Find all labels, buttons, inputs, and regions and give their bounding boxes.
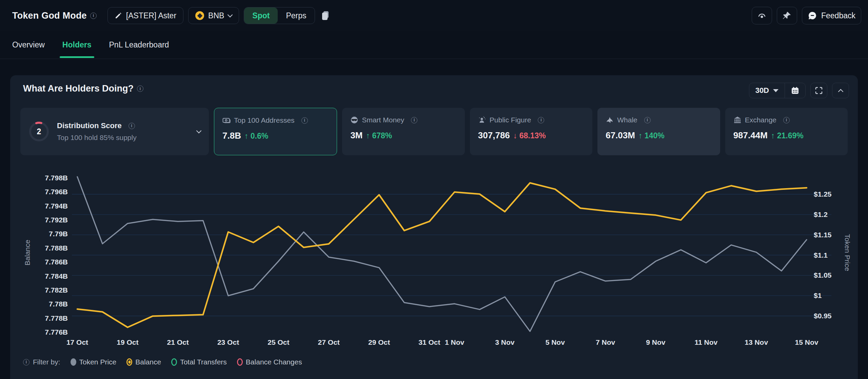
left-axis-tick: 7.794B: [45, 202, 68, 210]
info-icon[interactable]: [644, 117, 651, 123]
right-axis-tick: $1.2: [814, 211, 828, 218]
card-title: Public Figure: [490, 116, 531, 124]
pin-button[interactable]: [777, 7, 797, 24]
total-transfers-marker: [171, 358, 177, 366]
x-axis-tick: 15 Nov: [795, 338, 818, 346]
range-dropdown[interactable]: 30D: [749, 83, 785, 98]
right-axis-tick: $1.15: [814, 231, 832, 239]
tab-holders[interactable]: Holders: [62, 31, 92, 59]
right-axis-tick: $0.95: [814, 312, 832, 320]
chat-bubble-icon: [808, 11, 817, 20]
token-selector[interactable]: [ASTER] Aster: [107, 7, 183, 24]
token-selector-label: [ASTER] Aster: [126, 11, 176, 20]
tab-overview[interactable]: Overview: [12, 31, 45, 59]
date-range-control: 30D: [749, 83, 806, 98]
bnb-coin-icon: [195, 11, 204, 20]
balance-marker: [126, 358, 132, 366]
exchange-card[interactable]: Exchange 987.44M ↑ 21.69%: [725, 108, 848, 155]
token-price-line: [77, 177, 807, 332]
chevron-down-icon[interactable]: [196, 128, 202, 133]
card-change: ↓ 68.13%: [513, 131, 546, 140]
triangle-down-icon: [773, 89, 778, 92]
x-axis-tick: 11 Nov: [694, 338, 717, 346]
x-axis-tick: 29 Oct: [368, 338, 390, 346]
filter-item-balance-changes[interactable]: Balance Changes: [237, 358, 302, 366]
calendar-button[interactable]: [785, 83, 805, 98]
calendar-icon: [791, 86, 799, 95]
range-value: 30D: [755, 86, 769, 95]
left-axis-tick: 7.796B: [45, 188, 68, 196]
copy-address-button[interactable]: [321, 11, 330, 21]
public-figure-card[interactable]: Public Figure 307,786 ↓ 68.13%: [470, 108, 592, 155]
info-icon[interactable]: [783, 117, 790, 123]
filter-item-total-transfers[interactable]: Total Transfers: [171, 358, 227, 366]
holder-stat-cards: 2 Distribution Score Top 100 hold 85% su…: [20, 108, 848, 155]
spot-tab[interactable]: Spot: [244, 7, 278, 24]
card-value: 67.03M: [606, 130, 635, 141]
smart-money-icon: [350, 116, 358, 124]
left-axis-tick: 7.79B: [49, 230, 68, 238]
card-title: Smart Money: [362, 116, 404, 124]
card-title: Exchange: [745, 116, 776, 124]
info-icon[interactable]: [411, 117, 417, 123]
chevron-down-icon: [228, 12, 233, 17]
distribution-score-card[interactable]: 2 Distribution Score Top 100 hold 85% su…: [20, 108, 209, 155]
left-axis-tick: 7.776B: [45, 328, 68, 336]
top-bar: Token God Mode [ASTER] Aster BNB Spot Pe…: [0, 0, 868, 31]
card-value: 3M: [350, 130, 362, 141]
left-axis-title: Balance: [23, 240, 31, 265]
filter-by-label: Filter by:: [20, 358, 60, 366]
fullscreen-button[interactable]: [810, 83, 827, 98]
card-value: 7.8B: [222, 131, 241, 141]
market-type-toggle: Spot Perps: [244, 7, 315, 24]
left-axis-tick: 7.788B: [45, 244, 68, 252]
banknote-icon: [222, 116, 231, 124]
feedback-label: Feedback: [821, 11, 855, 20]
card-change: ↑ 140%: [638, 131, 665, 140]
x-axis-tick: 17 Oct: [66, 338, 88, 346]
x-axis-tick: 13 Nov: [745, 338, 768, 346]
card-change: ↑ 678%: [366, 131, 392, 140]
panel-info-icon[interactable]: [137, 85, 143, 92]
distribution-score-subtitle: Top 100 hold 85% supply: [57, 134, 137, 142]
x-axis-tick: 7 Nov: [596, 338, 615, 346]
x-axis-tick: 5 Nov: [546, 338, 565, 346]
fullscreen-icon: [815, 87, 823, 94]
x-axis-tick: 27 Oct: [318, 338, 340, 346]
collapse-button[interactable]: [832, 83, 849, 98]
info-icon[interactable]: [538, 117, 544, 123]
right-axis-tick: $1.1: [814, 251, 828, 259]
x-axis-tick: 21 Oct: [167, 338, 189, 346]
feedback-button[interactable]: Feedback: [802, 7, 861, 24]
distribution-score-gauge: 2: [28, 121, 50, 142]
x-axis-tick: 1 Nov: [445, 338, 465, 346]
chart-filter-bar: Filter by: Token Price Balance Total Tra…: [20, 358, 302, 366]
chain-selector-label: BNB: [208, 11, 224, 20]
left-axis-tick: 7.792B: [45, 216, 68, 224]
right-axis-tick: $1: [814, 292, 822, 299]
balance-price-chart[interactable]: 7.798B7.796B7.794B7.792B7.79B7.788B7.786…: [0, 163, 868, 357]
whale-card[interactable]: Whale 67.03M ↑ 140%: [597, 108, 720, 155]
x-axis-tick: 19 Oct: [117, 338, 138, 346]
perps-tab[interactable]: Perps: [278, 7, 314, 24]
info-icon[interactable]: [129, 123, 135, 129]
filter-item-token-price[interactable]: Token Price: [71, 358, 117, 366]
x-axis-tick: 9 Nov: [646, 338, 666, 346]
chain-selector[interactable]: BNB: [188, 7, 239, 24]
whale-icon: [606, 116, 614, 124]
public-figure-icon: [478, 116, 486, 124]
card-value: 307,786: [478, 130, 510, 141]
info-icon[interactable]: [301, 117, 308, 124]
left-axis-tick: 7.784B: [45, 272, 68, 280]
top-100-addresses-card[interactable]: Top 100 Addresses 7.8B ↑ 0.6%: [214, 108, 337, 155]
left-axis-tick: 7.798B: [45, 174, 68, 182]
chevron-up-icon: [838, 89, 843, 94]
x-axis-tick: 23 Oct: [217, 338, 239, 346]
card-title: Top 100 Addresses: [234, 116, 295, 124]
smart-money-card[interactable]: Smart Money 3M ↑ 678%: [342, 108, 465, 155]
info-icon[interactable]: [90, 13, 97, 19]
token-price-marker: [71, 358, 76, 366]
tab-pnl-leaderboard[interactable]: PnL Leaderboard: [109, 31, 169, 59]
filter-item-balance[interactable]: Balance: [126, 358, 161, 366]
live-view-button[interactable]: [752, 7, 772, 24]
